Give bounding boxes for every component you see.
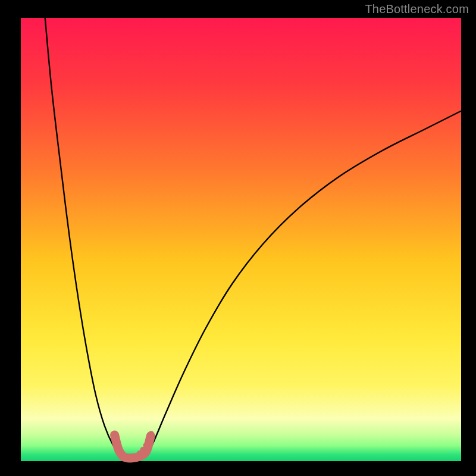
valley-dot-3 (146, 437, 151, 443)
valley-dot-2 (143, 443, 149, 448)
plot-gradient-background (21, 18, 461, 461)
chart-svg (0, 0, 476, 476)
valley-dot-4 (148, 431, 154, 436)
watermark-text: TheBottleneck.com (365, 2, 469, 16)
valley-dot-1 (140, 447, 145, 452)
chart-stage: TheBottleneck.com (0, 0, 476, 476)
